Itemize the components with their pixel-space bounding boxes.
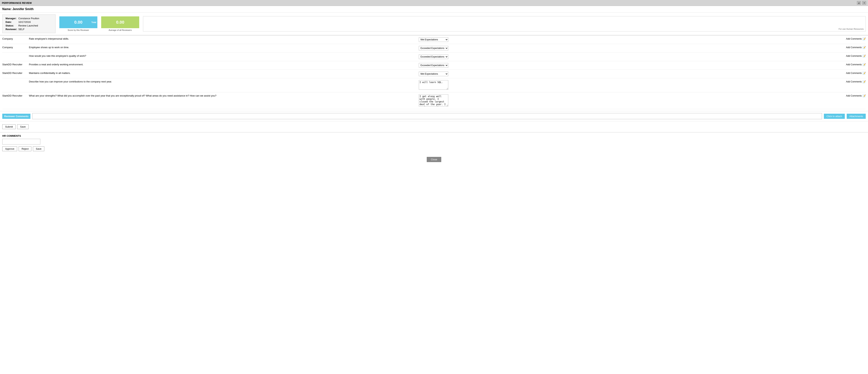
row3-comment-icon[interactable]: 📝 [863,54,866,58]
row4-add-comments-link[interactable]: Add Comments [846,63,862,66]
form-row-7: StarkDD Recruiter What are your strength… [2,92,866,109]
row5-comment-icon[interactable]: 📝 [863,71,866,75]
date-value: 10/17/2016 [18,20,40,24]
hr-save-button[interactable]: Save [33,146,44,151]
header-section: Manager: Constance Poulton Date: 10/17/2… [0,12,868,35]
close-row: Close [0,155,868,164]
row5-comments[interactable]: Add Comments 📝 [841,71,866,75]
score-average-value: 0.00 [101,17,139,28]
row1-add-comments-link[interactable]: Add Comments [846,37,862,40]
row5-select[interactable]: Met Expectations Exceeded Expectations B… [419,71,448,76]
row2-category: Company [2,46,27,49]
hr-comments-input[interactable] [2,139,40,145]
row7-category: StarkDD Recruiter [2,94,27,97]
score-reviewer-label: Score by this Reviewer [59,29,97,31]
approve-button[interactable]: Approve [2,146,17,151]
save-button[interactable]: Save [17,124,29,129]
row1-select[interactable]: Met Expectations Exceeded Expectations B… [419,37,448,42]
form-row-4: StarkDD Recruiter Provides a neat and or… [2,61,866,70]
row4-input[interactable]: Met Expectations Exceeded Expectations B… [419,63,449,67]
row5-question: Maintains confidentiality in all matters… [29,71,417,75]
form-row-2: Company Employee shows up to work on tim… [2,44,866,53]
attachments-button[interactable]: Attachments [847,114,866,119]
hr-section: HR COMMENTS Approve Reject Save [0,132,868,155]
actions-row: Submit Save [0,121,868,132]
row4-category: StarkDD Recruiter [2,63,27,66]
hr-use-box: For use Human Resources [143,16,866,31]
employee-name: Name: Jennifer Smith [0,6,868,12]
row2-select[interactable]: Met Expectations Exceeded Expectations B… [419,46,448,51]
info-box: Manager: Constance Poulton Date: 10/17/2… [2,15,56,33]
row3-comments[interactable]: Add Comments 📝 [841,54,866,58]
score-average-label: Average of all Reviewers [101,29,139,31]
app-title: PERFORMANCE REVIEW [2,2,32,4]
form-row-5: StarkDD Recruiter Maintains confidential… [2,70,866,78]
row7-input[interactable]: I get along well with people. I closed t… [419,94,449,107]
window-close-button[interactable]: ✕ [862,1,866,5]
row5-add-comments-link[interactable]: Add Comments [846,72,862,75]
row3-input[interactable]: Met Expectations Exceeded Expectations B… [419,54,449,59]
submit-button[interactable]: Submit [2,124,16,129]
form-row-1: Company Rate employee's interpersonal sk… [2,35,866,44]
close-button[interactable]: Close [427,157,441,162]
row6-comment-icon[interactable]: 📝 [863,80,866,83]
form-row-6: Describe how you can improve your contri… [2,78,866,92]
row2-comments[interactable]: Add Comments 📝 [841,46,866,49]
row2-add-comments-link[interactable]: Add Comments [846,46,862,49]
row7-textarea[interactable]: I get along well with people. I closed t… [419,94,448,107]
row1-question: Rate employee's interpersonal skills. [29,37,417,40]
reviewer-comments-input[interactable] [32,113,822,119]
row6-input[interactable]: I will learn SQL. [419,80,449,90]
row3-select[interactable]: Met Expectations Exceeded Expectations B… [419,54,448,59]
reviewer-comments-label: Reviewer Comments [2,114,30,119]
title-bar: PERFORMANCE REVIEW 🖨 ✕ [0,0,868,6]
footer-row: Reviewer Comments Click to attach Attach… [0,111,868,121]
row7-comments[interactable]: Add Comments 📝 [841,94,866,97]
row4-select[interactable]: Met Expectations Exceeded Expectations B… [419,63,448,67]
row2-question: Employee shows up to work on time. [29,46,417,49]
row3-question: How would you rate this employee's quali… [29,54,417,57]
print-button[interactable]: 🖨 [857,1,861,5]
reject-button[interactable]: Reject [19,146,31,151]
row7-add-comments-link[interactable]: Add Comments [846,94,862,97]
status-label: Status: [5,24,18,27]
row5-input[interactable]: Met Expectations Exceeded Expectations B… [419,71,449,76]
score-reviewer-block: 0.00 Total Score by this Reviewer [59,17,97,31]
row6-comments[interactable]: Add Comments 📝 [841,80,866,83]
row6-add-comments-link[interactable]: Add Comments [846,80,862,83]
manager-label: Manager: [5,17,18,20]
row4-question: Provides a neat and orderly working envi… [29,63,417,66]
row2-input[interactable]: Met Expectations Exceeded Expectations B… [419,46,449,51]
row6-textarea[interactable]: I will learn SQL. [419,80,448,90]
row4-comment-icon[interactable]: 📝 [863,63,866,66]
hr-use-label: For use Human Resources [839,28,864,30]
row7-comment-icon[interactable]: 📝 [863,94,866,97]
manager-value: Constance Poulton [18,17,40,20]
reviewer-label: Reviewer: [5,27,18,31]
row1-input[interactable]: Met Expectations Exceeded Expectations B… [419,37,449,42]
total-label: Total [91,21,96,23]
form-section: Company Rate employee's interpersonal sk… [0,35,868,109]
row2-comment-icon[interactable]: 📝 [863,46,866,49]
row6-question: Describe how you can improve your contri… [29,80,417,83]
hr-actions-row: Approve Reject Save [2,145,866,153]
score-average-block: 0.00 Average of all Reviewers [101,17,139,31]
date-label: Date: [5,20,18,24]
status-value: Review Launched [18,24,40,27]
row3-add-comments-link[interactable]: Add Comments [846,55,862,57]
reviewer-value: SELF [18,27,40,31]
hr-section-title: HR COMMENTS [2,135,866,137]
row1-comments[interactable]: Add Comments 📝 [841,37,866,40]
title-bar-controls: 🖨 ✕ [857,1,866,5]
row7-question: What are your strengths? What did you ac… [29,94,417,97]
row5-category: StarkDD Recruiter [2,71,27,75]
row1-category: Company [2,37,27,40]
row4-comments[interactable]: Add Comments 📝 [841,63,866,66]
form-row-3: How would you rate this employee's quali… [2,53,866,61]
row1-comment-icon[interactable]: 📝 [863,37,866,40]
score-reviewer-value: 0.00 Total [59,17,97,28]
click-to-attach-button[interactable]: Click to attach [824,114,845,119]
